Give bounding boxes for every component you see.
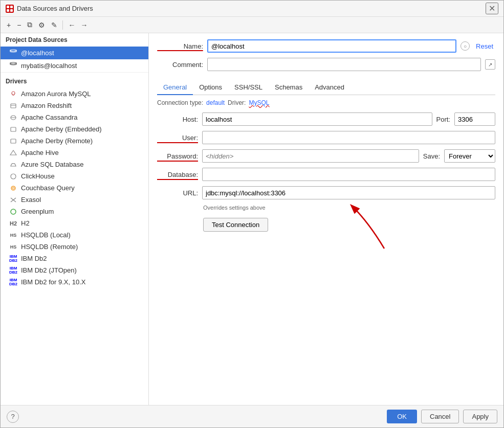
driver-ibm-db2-9x[interactable]: IBMDB2 IBM Db2 for 9.X, 10.X xyxy=(1,276,148,288)
settings-button[interactable]: ⚙ xyxy=(36,20,47,30)
apply-button[interactable]: Apply xyxy=(463,410,497,423)
driver-icon-h2: H2 xyxy=(9,220,18,227)
driver-azure-sql[interactable]: Azure SQL Database xyxy=(1,159,148,170)
driver-label-ibm3: IBM Db2 for 9.X, 10.X xyxy=(21,278,85,286)
save-select[interactable]: Forever Until restart Never xyxy=(444,149,495,163)
driver-icon-exasol xyxy=(9,196,18,204)
connection-type-bar: Connection type: default Driver: MySQL xyxy=(149,95,503,110)
driver-couchbase[interactable]: Couchbase Query xyxy=(1,182,148,194)
driver-apache-hive[interactable]: Apache Hive xyxy=(1,147,148,159)
comment-input[interactable] xyxy=(207,58,481,71)
driver-label-exasol: Exasol xyxy=(21,196,41,204)
driver-hsqldb-local[interactable]: HS HSQLDB (Local) xyxy=(1,229,148,241)
cancel-button[interactable]: Cancel xyxy=(421,410,459,423)
driver-icon-azure xyxy=(9,161,18,168)
user-row: User: xyxy=(157,131,495,144)
copy-button[interactable]: ⧉ xyxy=(25,19,34,30)
driver-apache-derby-emb[interactable]: Apache Derby (Embedded) xyxy=(1,123,148,135)
database-label: Database: xyxy=(157,171,198,178)
driver-label-hsqldb-remote: HSQLDB (Remote) xyxy=(21,243,78,251)
remove-button[interactable]: − xyxy=(15,20,23,30)
add-button[interactable]: + xyxy=(5,20,13,30)
tabs: General Options SSH/SSL Schemas Advanced xyxy=(157,80,495,95)
driver-label-h2: H2 xyxy=(21,219,30,227)
user-label: User: xyxy=(157,134,198,142)
svg-point-12 xyxy=(11,174,16,179)
ok-button[interactable]: OK xyxy=(387,410,417,423)
help-button[interactable]: ? xyxy=(7,411,19,423)
right-panel: Name: ○ Reset Comment: ↗ General Options… xyxy=(149,33,503,405)
driver-icon-ibm: IBMDB2 xyxy=(9,255,18,262)
app-icon xyxy=(6,5,14,13)
tab-schemas[interactable]: Schemas xyxy=(269,80,309,95)
reset-button[interactable]: Reset xyxy=(474,42,495,50)
url-note: Overrides settings above xyxy=(157,205,495,214)
toolbar: + − ⧉ ⚙ ✎ ← → xyxy=(1,17,503,33)
toolbar-separator xyxy=(62,20,63,30)
driver-exasol[interactable]: Exasol xyxy=(1,194,148,206)
back-button[interactable]: ← xyxy=(66,20,77,30)
forward-button[interactable]: → xyxy=(78,20,90,30)
driver-ibm-db2-jtopen[interactable]: IBMDB2 IBM Db2 (JTOpen) xyxy=(1,264,148,276)
svg-rect-1 xyxy=(10,6,13,8)
sidebar-item-mybatis[interactable]: mybatis@localhost xyxy=(1,59,148,72)
driver-icon-ibm2: IBMDB2 xyxy=(9,267,18,274)
dialog: Data Sources and Drivers ✕ + − ⧉ ⚙ ✎ ← →… xyxy=(0,0,504,428)
driver-value-link[interactable]: MySQL xyxy=(249,99,269,106)
url-input[interactable] xyxy=(202,186,495,199)
driver-icon-hsqldb-remote: HS xyxy=(9,243,18,251)
expand-comment-button[interactable]: ↗ xyxy=(485,59,495,70)
svg-rect-10 xyxy=(11,139,16,143)
title-bar: Data Sources and Drivers ✕ xyxy=(1,1,503,17)
database-input[interactable] xyxy=(202,168,495,181)
connection-type-label: Connection type: xyxy=(157,99,203,106)
close-button[interactable]: ✕ xyxy=(486,3,498,14)
driver-label-derby-emb: Apache Derby (Embedded) xyxy=(21,125,102,133)
sidebar-item-localhost[interactable]: @localhost xyxy=(1,47,148,59)
driver-apache-derby-rem[interactable]: Apache Derby (Remote) xyxy=(1,135,148,147)
driver-label-ibm2: IBM Db2 (JTOpen) xyxy=(21,266,77,274)
driver-amazon-aurora[interactable]: Amazon Aurora MySQL xyxy=(1,88,148,100)
svg-point-4 xyxy=(12,92,15,95)
tab-ssh-ssl[interactable]: SSH/SSL xyxy=(228,80,269,95)
sidebar: Project Data Sources @localhost mybatis@… xyxy=(1,33,149,405)
driver-label-derby-rem: Apache Derby (Remote) xyxy=(21,137,93,145)
driver-label-clickhouse: ClickHouse xyxy=(21,172,55,180)
driver-h2[interactable]: H2 H2 xyxy=(1,217,148,229)
driver-hsqldb-remote[interactable]: HS HSQLDB (Remote) xyxy=(1,241,148,253)
name-row: Name: ○ Reset xyxy=(157,39,495,53)
driver-amazon-redshift[interactable]: Amazon Redshift xyxy=(1,100,148,111)
clear-name-button[interactable]: ○ xyxy=(461,41,470,51)
password-input[interactable] xyxy=(202,149,419,163)
url-label: URL: xyxy=(157,189,198,197)
driver-apache-cassandra[interactable]: Apache Cassandra xyxy=(1,111,148,123)
name-input[interactable] xyxy=(207,39,456,53)
driver-icon-clickhouse xyxy=(9,173,18,180)
bottom-bar: ? OK Cancel Apply xyxy=(1,405,503,427)
driver-icon-hive xyxy=(9,149,18,156)
project-data-sources-header: Project Data Sources xyxy=(1,33,148,47)
driver-clickhouse[interactable]: ClickHouse xyxy=(1,170,148,182)
main-content: Project Data Sources @localhost mybatis@… xyxy=(1,33,503,405)
driver-icon-redshift xyxy=(9,102,18,109)
save-label: Save: xyxy=(423,152,440,160)
tab-advanced[interactable]: Advanced xyxy=(309,80,350,95)
svg-point-17 xyxy=(11,209,16,214)
driver-greenplum[interactable]: Greenplum xyxy=(1,206,148,217)
more-button[interactable]: ✎ xyxy=(49,20,59,30)
user-input[interactable] xyxy=(202,131,495,144)
password-row: Password: Save: Forever Until restart Ne… xyxy=(157,149,495,163)
test-connection-button[interactable]: Test Connection xyxy=(203,218,268,232)
database-row: Database: xyxy=(157,168,495,181)
comment-label: Comment: xyxy=(157,61,203,69)
driver-label-hsqldb-local: HSQLDB (Local) xyxy=(21,231,71,239)
driver-label-cassandra: Apache Cassandra xyxy=(21,114,78,121)
tab-general[interactable]: General xyxy=(157,80,193,95)
driver-icon-derby-emb xyxy=(9,126,18,133)
port-input[interactable] xyxy=(454,112,495,126)
host-input[interactable] xyxy=(202,112,432,126)
connection-type-link[interactable]: default xyxy=(206,99,225,106)
tab-options[interactable]: Options xyxy=(193,80,228,95)
svg-rect-0 xyxy=(7,6,9,8)
driver-ibm-db2[interactable]: IBMDB2 IBM Db2 xyxy=(1,253,148,264)
